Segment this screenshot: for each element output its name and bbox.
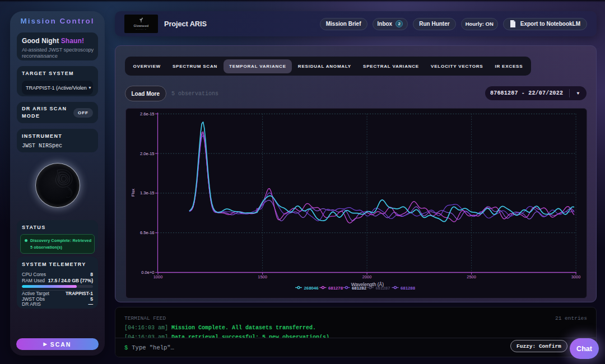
svg-text:1000: 1000 [153, 274, 163, 279]
svg-text:2.6e-15: 2.6e-15 [140, 111, 154, 116]
svg-text:1.3e-15: 1.3e-15 [140, 190, 154, 195]
svg-text:2.0e-15: 2.0e-15 [140, 151, 154, 156]
svg-text:3000: 3000 [571, 274, 581, 279]
svg-text:Flux: Flux [131, 189, 136, 197]
svg-text:0.0e+0: 0.0e+0 [141, 270, 154, 275]
svg-text:6.5e-16: 6.5e-16 [140, 230, 154, 235]
svg-text:681282: 681282 [352, 286, 367, 291]
svg-text:681288: 681288 [401, 286, 416, 291]
svg-text:268046: 268046 [304, 286, 319, 291]
svg-text:2000: 2000 [362, 274, 372, 279]
svg-text:681278: 681278 [328, 286, 343, 291]
svg-text:681287: 681287 [376, 286, 390, 291]
svg-text:2500: 2500 [467, 274, 476, 279]
svg-text:1500: 1500 [258, 274, 267, 279]
